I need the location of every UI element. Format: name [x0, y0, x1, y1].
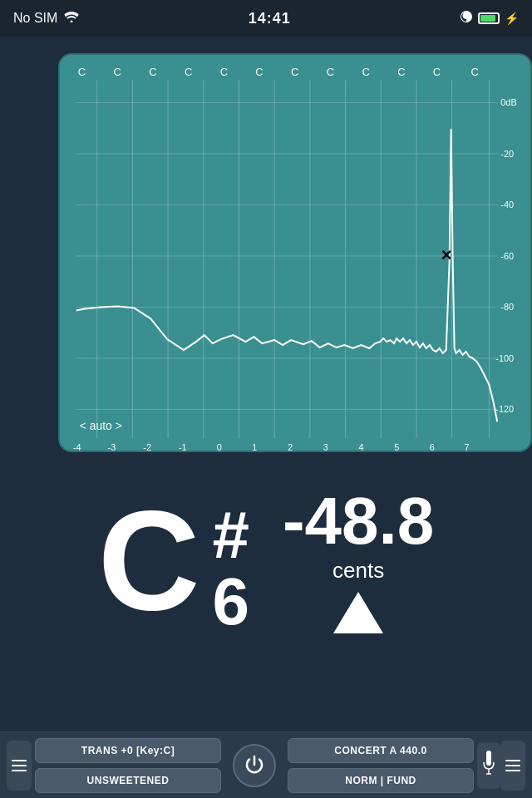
svg-text:C: C [397, 66, 405, 78]
svg-text:6: 6 [430, 442, 435, 451]
svg-text:-120: -120 [495, 404, 514, 414]
power-btn-container [224, 744, 284, 787]
spectrum-chart: C C C C C C C C C C C C -4 -3 -2 -1 0 1 … [58, 53, 532, 452]
hamburger-line-5 [505, 765, 520, 766]
status-bar: No SIM 14:41 ⚡ [0, 0, 532, 37]
hamburger-line-6 [505, 770, 520, 771]
menu-left-button[interactable] [7, 741, 32, 791]
battery-icon [478, 12, 500, 24]
carrier-label: No SIM [13, 11, 57, 26]
norm-fund-button[interactable]: NORM | FUND [288, 768, 474, 793]
cents-label: cents [332, 558, 384, 584]
svg-text:-2: -2 [143, 442, 151, 451]
hamburger-line-3 [12, 770, 27, 771]
note-modifier: # [212, 502, 249, 569]
hamburger-line-4 [505, 760, 520, 761]
svg-text:2: 2 [288, 442, 293, 451]
toolbar-left-buttons: TRANS +0 [Key:C] UNSWEETENED [35, 738, 221, 793]
moon-icon [460, 10, 473, 27]
wifi-icon [64, 11, 79, 26]
svg-text:C: C [220, 66, 228, 78]
svg-text:C: C [185, 66, 192, 78]
mic-button[interactable] [477, 742, 500, 789]
svg-text:C: C [114, 66, 121, 78]
svg-text:C: C [255, 66, 263, 78]
transpose-button[interactable]: TRANS +0 [Key:C] [35, 738, 221, 763]
svg-text:0: 0 [217, 442, 222, 451]
svg-text:< auto >: < auto > [80, 419, 122, 432]
svg-text:1: 1 [252, 442, 257, 451]
svg-text:-3: -3 [108, 442, 116, 451]
charging-icon: ⚡ [505, 12, 519, 25]
svg-text:-4: -4 [73, 442, 81, 451]
note-octave: 6 [212, 569, 249, 635]
direction-arrow [333, 592, 383, 633]
svg-text:3: 3 [323, 442, 328, 451]
hamburger-line-1 [12, 760, 27, 761]
svg-text:7: 7 [465, 442, 470, 451]
concert-button[interactable]: CONCERT A 440.0 [288, 738, 474, 763]
time-label: 14:41 [249, 10, 291, 27]
svg-text:C: C [291, 66, 298, 78]
cents-value: -48.8 [283, 488, 434, 554]
menu-right-button[interactable] [500, 741, 525, 791]
hamburger-line-2 [12, 765, 27, 766]
svg-text:C: C [362, 66, 369, 78]
note-letter: C [98, 490, 196, 631]
svg-text:-20: -20 [500, 149, 514, 159]
svg-text:×: × [441, 244, 452, 265]
svg-text:C: C [78, 66, 86, 78]
tuner-display: C # 6 -48.8 cents [0, 469, 532, 652]
svg-text:C: C [149, 66, 156, 78]
svg-text:C: C [471, 66, 479, 78]
svg-text:-60: -60 [500, 251, 514, 261]
svg-text:5: 5 [394, 442, 399, 451]
svg-text:-100: -100 [495, 353, 514, 363]
svg-rect-52 [486, 751, 491, 766]
svg-text:C: C [433, 66, 441, 78]
svg-text:4: 4 [358, 442, 363, 451]
toolbar-right-buttons: CONCERT A 440.0 NORM | FUND [288, 738, 474, 793]
svg-text:C: C [327, 66, 334, 78]
bottom-toolbar: TRANS +0 [Key:C] UNSWEETENED CONCERT A 4… [0, 732, 532, 798]
svg-text:-80: -80 [500, 302, 514, 312]
sweetened-button[interactable]: UNSWEETENED [35, 768, 221, 793]
svg-text:-40: -40 [500, 200, 514, 209]
svg-text:-1: -1 [179, 442, 187, 451]
svg-text:0dB: 0dB [500, 97, 516, 107]
power-button[interactable] [233, 744, 276, 787]
